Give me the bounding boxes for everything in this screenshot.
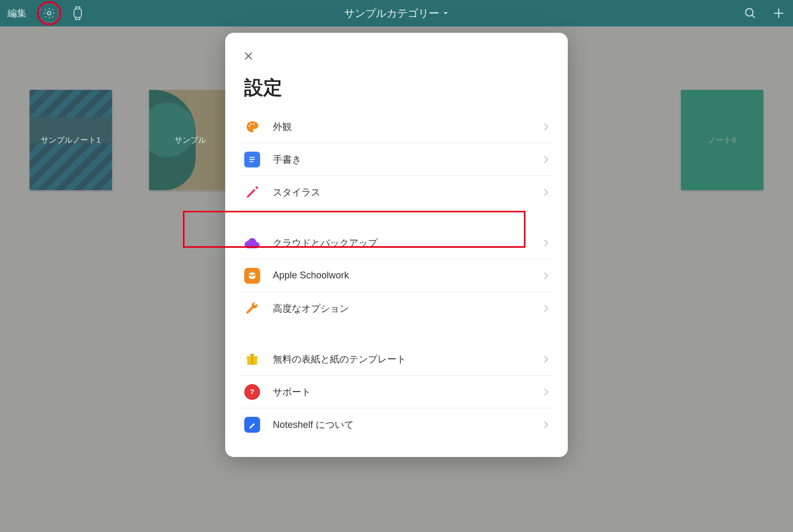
category-dropdown[interactable]: サンプルカテゴリー bbox=[344, 6, 449, 21]
settings-item-label: スタイラス bbox=[273, 186, 543, 199]
settings-item-label: 無料の表紙と紙のテンプレート bbox=[273, 353, 543, 366]
settings-item-cloud-backup[interactable]: クラウドとバックアップ bbox=[240, 227, 553, 259]
svg-point-4 bbox=[250, 123, 252, 125]
chevron-right-icon bbox=[543, 123, 549, 131]
settings-item-stylus[interactable]: スタイラス bbox=[240, 176, 553, 209]
wrench-icon bbox=[244, 301, 260, 316]
toolbar: 編集 サンプルカテゴリー bbox=[0, 0, 793, 26]
svg-point-2 bbox=[745, 8, 753, 16]
settings-item-appearance[interactable]: 外観 bbox=[240, 110, 553, 143]
chevron-right-icon bbox=[543, 188, 549, 197]
chevron-right-icon bbox=[543, 388, 549, 396]
settings-item-label: クラウドとバックアップ bbox=[273, 237, 543, 249]
schoolwork-icon bbox=[244, 268, 260, 284]
chevron-right-icon bbox=[543, 421, 549, 429]
settings-item-label: サポート bbox=[273, 386, 543, 398]
svg-point-0 bbox=[48, 12, 51, 15]
chevron-down-icon bbox=[442, 10, 449, 16]
document-icon bbox=[244, 152, 260, 167]
search-icon bbox=[743, 6, 757, 20]
svg-point-3 bbox=[248, 125, 250, 127]
watch-icon bbox=[72, 6, 83, 21]
gear-icon bbox=[43, 7, 56, 20]
settings-item-label: Noteshelf について bbox=[273, 418, 543, 431]
noteshelf-icon bbox=[244, 417, 260, 433]
chevron-right-icon bbox=[543, 304, 549, 313]
settings-item-handwriting[interactable]: 手書き bbox=[240, 143, 553, 176]
close-icon bbox=[243, 50, 254, 62]
palette-icon bbox=[244, 119, 260, 135]
svg-rect-8 bbox=[250, 159, 255, 160]
settings-item-label: 高度なオプション bbox=[273, 302, 543, 315]
edit-button[interactable]: 編集 bbox=[7, 7, 26, 20]
gift-icon bbox=[244, 351, 260, 367]
chevron-right-icon bbox=[543, 239, 549, 247]
svg-point-5 bbox=[253, 123, 254, 125]
svg-rect-12 bbox=[252, 356, 253, 365]
pencil-icon bbox=[244, 184, 260, 200]
chevron-right-icon bbox=[543, 355, 549, 363]
svg-rect-7 bbox=[250, 157, 255, 158]
toolbar-left: 編集 bbox=[7, 1, 84, 25]
settings-item-support[interactable]: ? サポート bbox=[240, 376, 553, 408]
toolbar-right bbox=[743, 6, 786, 20]
settings-button[interactable] bbox=[37, 1, 61, 25]
help-icon: ? bbox=[244, 384, 260, 400]
notebook-label: サンプル bbox=[174, 135, 206, 145]
search-button[interactable] bbox=[743, 6, 757, 20]
category-title: サンプルカテゴリー bbox=[344, 6, 439, 21]
chevron-right-icon bbox=[543, 155, 549, 164]
modal-title: 設定 bbox=[225, 67, 568, 110]
settings-modal: 設定 外観 手書き スタイラス bbox=[225, 33, 568, 457]
svg-text:?: ? bbox=[250, 388, 254, 396]
settings-list: 外観 手書き スタイラス クラウドとバックアップ bbox=[225, 110, 568, 441]
settings-item-templates[interactable]: 無料の表紙と紙のテンプレート bbox=[240, 343, 553, 376]
settings-item-advanced[interactable]: 高度なオプション bbox=[240, 292, 553, 325]
settings-item-schoolwork[interactable]: Apple Schoolwork bbox=[240, 259, 553, 292]
settings-item-label: 手書き bbox=[273, 153, 543, 166]
plus-icon bbox=[772, 6, 786, 20]
close-button[interactable] bbox=[238, 45, 259, 67]
settings-item-label: 外観 bbox=[273, 120, 543, 133]
watch-button[interactable] bbox=[72, 6, 84, 21]
add-button[interactable] bbox=[772, 6, 786, 20]
settings-item-about[interactable]: Noteshelf について bbox=[240, 408, 553, 441]
settings-item-label: Apple Schoolwork bbox=[273, 270, 543, 281]
chevron-right-icon bbox=[543, 272, 549, 280]
svg-rect-9 bbox=[250, 161, 253, 162]
cloud-icon bbox=[244, 235, 260, 251]
notebook-label: サンプルノート1 bbox=[41, 135, 100, 145]
svg-rect-1 bbox=[74, 9, 81, 17]
